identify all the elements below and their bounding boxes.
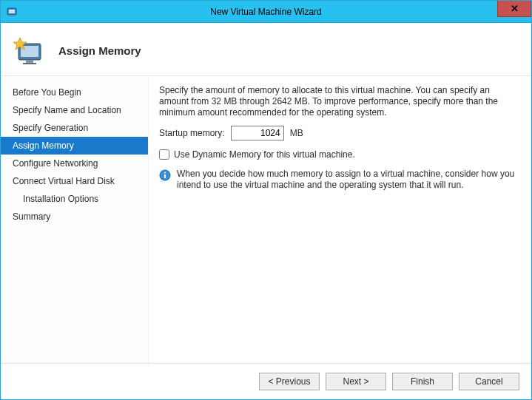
sidebar-item-label: Assign Memory: [13, 140, 74, 151]
sidebar-item-configure-networking[interactable]: Configure Networking: [1, 155, 148, 172]
finish-button[interactable]: Finish: [392, 373, 453, 390]
svg-rect-2: [10, 15, 13, 16]
startup-memory-unit: MB: [290, 128, 303, 138]
close-button[interactable]: ✕: [497, 1, 531, 17]
wizard-footer: < Previous Next > Finish Cancel: [1, 363, 531, 399]
sidebar-item-label: Specify Generation: [13, 123, 88, 133]
svg-rect-9: [164, 174, 166, 178]
sidebar-item-label: Installation Options: [23, 194, 98, 204]
sidebar-item-label: Specify Name and Location: [13, 105, 121, 115]
svg-rect-6: [23, 63, 36, 64]
dynamic-memory-checkbox[interactable]: [159, 149, 169, 160]
sidebar-item-label: Summary: [13, 211, 50, 222]
dynamic-memory-label[interactable]: Use Dynamic Memory for this virtual mach…: [174, 149, 355, 160]
svg-rect-5: [26, 60, 33, 63]
wizard-content: Specify the amount of memory to allocate…: [149, 76, 531, 363]
sidebar-item-connect-virtual-hard-disk[interactable]: Connect Virtual Hard Disk: [1, 172, 148, 190]
sidebar-item-specify-name-and-location[interactable]: Specify Name and Location: [1, 101, 148, 119]
sidebar-item-specify-generation[interactable]: Specify Generation: [1, 119, 148, 137]
sidebar-item-before-you-begin[interactable]: Before You Begin: [1, 84, 148, 101]
info-block: When you decide how much memory to assig…: [159, 169, 519, 191]
next-button[interactable]: Next >: [326, 373, 386, 390]
wizard-body: Before You BeginSpecify Name and Locatio…: [1, 76, 531, 363]
app-icon: [7, 6, 18, 18]
description-text: Specify the amount of memory to allocate…: [159, 85, 519, 118]
startup-memory-label: Startup memory:: [159, 128, 225, 138]
info-icon: [159, 169, 171, 181]
wizard-steps-sidebar: Before You BeginSpecify Name and Locatio…: [1, 76, 149, 363]
sidebar-item-label: Connect Virtual Hard Disk: [13, 176, 115, 186]
window-title: New Virtual Machine Wizard: [1, 7, 531, 17]
sidebar-item-installation-options[interactable]: Installation Options: [1, 190, 148, 208]
dynamic-memory-row: Use Dynamic Memory for this virtual mach…: [159, 149, 519, 160]
page-title: Assign Memory: [58, 44, 141, 57]
sidebar-item-summary[interactable]: Summary: [1, 208, 148, 226]
sidebar-item-label: Before You Begin: [13, 87, 81, 98]
close-icon: ✕: [511, 3, 519, 14]
client-area: Assign Memory Before You BeginSpecify Na…: [1, 23, 531, 399]
previous-button[interactable]: < Previous: [259, 373, 320, 390]
sidebar-item-label: Configure Networking: [13, 158, 98, 169]
svg-point-10: [164, 172, 166, 173]
sidebar-item-assign-memory[interactable]: Assign Memory: [1, 137, 148, 155]
startup-memory-input[interactable]: [231, 126, 284, 140]
svg-rect-1: [9, 10, 15, 13]
wizard-header: Assign Memory: [1, 23, 531, 76]
titlebar: New Virtual Machine Wizard ✕: [1, 1, 531, 23]
cancel-button[interactable]: Cancel: [459, 373, 519, 390]
wizard-icon: [13, 33, 48, 69]
startup-memory-row: Startup memory: MB: [159, 126, 519, 140]
info-text: When you decide how much memory to assig…: [177, 169, 519, 191]
